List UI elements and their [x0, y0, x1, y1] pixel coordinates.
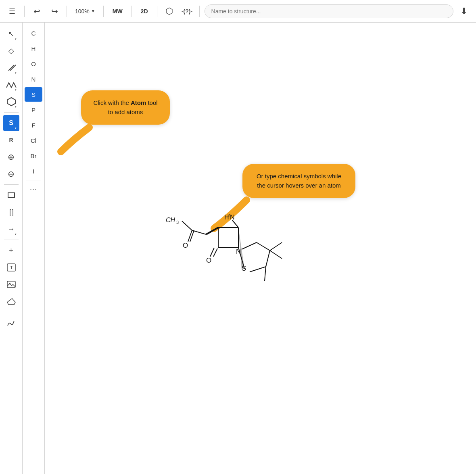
- svg-line-21: [210, 248, 214, 257]
- atom-S-button[interactable]: S: [25, 87, 42, 102]
- redo-button[interactable]: ↪: [47, 4, 62, 19]
- left-sidebar: ↖ ▾ ◇ ▾ ▾: [0, 23, 23, 474]
- sidebar-tool-add-charge[interactable]: ⊕: [3, 149, 19, 165]
- toolbar-divider-4: [132, 6, 132, 17]
- 3d-icon: ⬡: [165, 6, 173, 17]
- tooltip-bubble-1: Click with the Atom tool to add atoms: [81, 90, 170, 125]
- svg-text:N: N: [230, 214, 235, 221]
- atom-C-button[interactable]: C: [25, 26, 42, 40]
- svg-line-29: [242, 242, 257, 249]
- 3d-button[interactable]: ⬡: [162, 4, 177, 19]
- svg-line-16: [206, 228, 218, 234]
- 2d-button[interactable]: 2D: [137, 6, 152, 17]
- svg-line-31: [266, 251, 270, 267]
- select-chevron-icon: ▾: [15, 38, 18, 41]
- atom-O-button[interactable]: O: [25, 56, 42, 71]
- sidebar-divider-1: [4, 112, 19, 113]
- svg-text:O: O: [183, 242, 188, 249]
- sidebar-tool-bond[interactable]: ▾: [3, 60, 19, 76]
- sidebar-tool-rgroup[interactable]: R: [3, 132, 19, 148]
- canvas-area[interactable]: Click with the Atom tool to add atoms Or…: [45, 23, 476, 474]
- svg-line-30: [257, 242, 270, 251]
- atom-divider: [26, 180, 41, 180]
- sidebar-tool-ring[interactable]: ▾: [3, 94, 19, 110]
- sidebar-tool-rectangle[interactable]: [3, 187, 19, 203]
- sidebar-divider-4: [4, 312, 19, 312]
- sidebar-tool-bracket[interactable]: [ ]: [3, 204, 19, 220]
- undo-button[interactable]: ↩: [29, 4, 44, 19]
- atom-Cl-button[interactable]: Cl: [25, 133, 42, 148]
- arrow-icon: →: [8, 225, 15, 234]
- zoom-control[interactable]: 100% ▼: [72, 6, 98, 16]
- svg-line-22: [213, 248, 217, 257]
- atom-more-button[interactable]: ···: [25, 182, 42, 196]
- redo-icon: ↪: [51, 6, 58, 16]
- svg-line-37: [265, 267, 266, 281]
- app-container: ☰ ↩ ↪ 100% ▼ MW 2D ⬡ -(?)- ⬇: [0, 0, 476, 474]
- sidebar-tool-image[interactable]: [3, 276, 19, 292]
- query-icon: -(?)-: [182, 8, 192, 15]
- toolbar-divider-6: [199, 6, 200, 17]
- sidebar-tool-text[interactable]: T: [3, 259, 19, 276]
- arrow-chevron-icon: ▾: [15, 233, 18, 236]
- main-area: ↖ ▾ ◇ ▾ ▾: [0, 23, 476, 474]
- atom-panel: C H O N S P F Cl Br I ···: [23, 23, 45, 474]
- toolbar-divider-1: [24, 6, 25, 17]
- atom-I-button[interactable]: I: [25, 164, 42, 178]
- tooltip1-bold: Atom: [131, 99, 146, 106]
- rgroup-icon: R: [9, 137, 13, 143]
- atom-Br-button[interactable]: Br: [25, 148, 42, 163]
- atom-F-button[interactable]: F: [25, 118, 42, 132]
- freehand-icon: [6, 317, 17, 328]
- toolbar: ☰ ↩ ↪ 100% ▼ MW 2D ⬡ -(?)- ⬇: [0, 0, 476, 23]
- sidebar-tool-freehand[interactable]: [3, 315, 19, 331]
- svg-text:T: T: [10, 265, 13, 270]
- svg-marker-2: [7, 98, 15, 106]
- zoom-chevron-icon: ▼: [91, 9, 95, 13]
- atom-P-button[interactable]: P: [25, 102, 42, 117]
- bracket-icon: [ ]: [9, 208, 13, 217]
- svg-line-36: [270, 251, 282, 259]
- svg-line-28: [232, 220, 238, 228]
- sidebar-tool-plus[interactable]: +: [3, 242, 19, 259]
- add-charge-icon: ⊕: [8, 152, 15, 162]
- tooltip1-tail: [57, 127, 93, 156]
- sidebar-tool-select[interactable]: ↖ ▾: [3, 26, 19, 42]
- download-icon: ⬇: [460, 6, 468, 17]
- svg-text:O: O: [206, 257, 211, 264]
- ring-chevron-icon: ▾: [15, 105, 18, 109]
- hamburger-button[interactable]: ☰: [5, 4, 19, 19]
- chain-chevron-icon: ▾: [15, 88, 18, 92]
- toolbar-divider-5: [157, 6, 157, 17]
- plus-icon: +: [9, 246, 13, 255]
- hamburger-icon: ☰: [9, 7, 15, 16]
- svg-line-35: [270, 242, 282, 251]
- chain-icon: [6, 80, 17, 89]
- sidebar-tool-lasso[interactable]: ◇: [3, 43, 19, 59]
- atom-chevron-icon: ▾: [15, 127, 18, 130]
- mw-button[interactable]: MW: [109, 6, 127, 17]
- bond-chevron-icon: ▾: [15, 71, 18, 75]
- name-to-structure-input[interactable]: [205, 4, 453, 18]
- svg-line-13: [190, 230, 194, 242]
- atom-H-button[interactable]: H: [25, 41, 42, 56]
- eraser-icon: [6, 297, 16, 306]
- svg-line-32: [250, 267, 266, 272]
- svg-line-15: [192, 230, 206, 234]
- sidebar-tool-atom[interactable]: S ▾: [3, 115, 19, 131]
- query-button[interactable]: -(?)-: [180, 4, 194, 19]
- sidebar-divider-2: [4, 184, 19, 185]
- download-button[interactable]: ⬇: [457, 4, 471, 19]
- atom-N-button[interactable]: N: [25, 72, 42, 86]
- sidebar-tool-remove-charge[interactable]: ⊖: [3, 166, 19, 182]
- sidebar-divider-3: [4, 240, 19, 240]
- rectangle-icon: [7, 191, 16, 200]
- sidebar-tool-chain[interactable]: ▾: [3, 77, 19, 93]
- sidebar-tool-eraser[interactable]: [3, 293, 19, 309]
- zoom-label: 100%: [75, 8, 90, 15]
- toolbar-divider-2: [67, 6, 67, 17]
- sidebar-tool-arrow[interactable]: → ▾: [3, 221, 19, 237]
- svg-rect-3: [8, 193, 15, 198]
- remove-charge-icon: ⊖: [8, 169, 15, 179]
- lasso-icon: ◇: [8, 46, 14, 55]
